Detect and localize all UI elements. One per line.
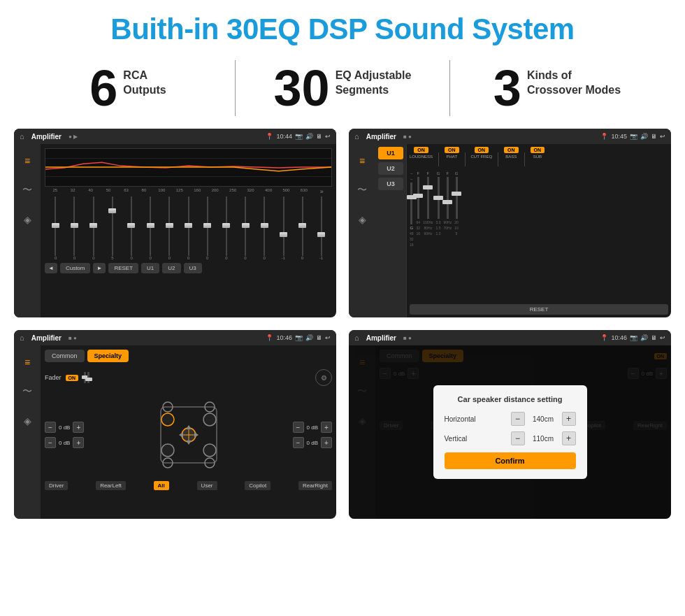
driver-label[interactable]: Driver <box>45 481 68 490</box>
slider-200[interactable] <box>217 196 236 256</box>
bass-g-slider-group: G 3.0 1.5 1.0 <box>436 171 441 236</box>
horizontal-plus[interactable]: + <box>562 412 576 426</box>
settings-icon-3[interactable]: ⚙ <box>315 369 332 386</box>
home-icon-1: ⌂ <box>20 132 24 141</box>
cutfreq-label: CUT FREQ <box>471 155 493 159</box>
right-top-minus[interactable]: − <box>293 422 304 433</box>
bass-g-slider[interactable] <box>438 177 440 219</box>
eq-main-area: 2532405063 80100125160200 25032040050063… <box>41 144 336 317</box>
crossover-tabs: Common Specialty <box>45 350 332 362</box>
back-icon-4: ↩ <box>660 334 665 341</box>
left-top-plus[interactable]: + <box>73 422 84 433</box>
home-icon-4: ⌂ <box>354 334 359 342</box>
preset-u3[interactable]: U3 <box>378 178 403 190</box>
left-bottom-plus[interactable]: + <box>73 437 84 448</box>
preset-u2[interactable]: U2 <box>378 162 403 175</box>
location-icon-4: 📍 <box>600 334 608 341</box>
amp-toggles-row: ON LOUDNESS ON PHAT ON CUT FREQ <box>410 147 668 166</box>
eq-sliders <box>45 196 332 256</box>
slider-160[interactable] <box>199 196 217 256</box>
dialog-horizontal-row: Horizontal − 140cm + <box>445 412 576 426</box>
slider-80[interactable] <box>141 196 159 256</box>
eq-prev-button[interactable]: ◄ <box>45 263 57 273</box>
slider-50[interactable] <box>103 196 122 256</box>
eq-u3-button[interactable]: U3 <box>184 263 202 273</box>
slider-32[interactable] <box>65 196 83 256</box>
cutfreq-toggle[interactable]: ON <box>475 147 489 153</box>
stat-eq: 30 EQ Adjustable Segments <box>257 63 428 113</box>
car-layout <box>88 393 288 477</box>
bass-group: ON BASS <box>504 147 519 166</box>
amp-sliders-area: ~ ~ G 48 32 16 F <box>410 171 668 299</box>
sub-toggle[interactable]: ON <box>531 147 545 153</box>
slider-630[interactable] <box>312 196 331 256</box>
eq-reset-button[interactable]: RESET <box>108 263 138 273</box>
time-3: 10:46 <box>276 334 292 341</box>
slider-125[interactable] <box>179 196 197 256</box>
copilot-label[interactable]: Copilot <box>245 481 271 490</box>
slider-40[interactable] <box>84 196 102 256</box>
left-top-val: 0 dB <box>59 424 70 431</box>
slider-250[interactable] <box>236 196 254 256</box>
slider-25[interactable] <box>46 196 64 256</box>
bass-toggle[interactable]: ON <box>504 147 519 153</box>
sub-slider[interactable] <box>456 177 458 219</box>
horizontal-minus[interactable]: − <box>511 412 525 426</box>
vertical-label: Vertical <box>445 435 468 443</box>
left-bottom-minus[interactable]: − <box>45 437 56 448</box>
app-name-2: Amplifier <box>366 133 396 141</box>
phat-slider[interactable] <box>417 177 419 219</box>
user-label[interactable]: User <box>197 481 217 490</box>
eq-custom-button[interactable]: Custom <box>60 263 91 273</box>
loudness-toggle[interactable]: ON <box>414 147 428 153</box>
slider-400[interactable] <box>274 196 292 256</box>
right-bottom-val: 0 dB <box>307 440 318 446</box>
sidebar-wave-icon-2[interactable]: 〜 <box>352 180 372 200</box>
eq-u2-button[interactable]: U2 <box>162 263 180 273</box>
dialog-overlay: Car speaker distance setting Horizontal … <box>349 345 671 519</box>
slider-63[interactable] <box>122 196 140 256</box>
eq-next-button[interactable]: ► <box>93 263 106 273</box>
screen-content-3: ≡ 〜 ◈ Common Specialty Fader ON <box>14 345 336 519</box>
all-label[interactable]: All <box>154 481 169 490</box>
rearright-label[interactable]: RearRight <box>298 481 332 490</box>
amp-reset-button[interactable]: RESET <box>410 304 668 315</box>
screen-icon-4: 🖥 <box>651 334 657 341</box>
bass-f-slider[interactable] <box>447 177 449 219</box>
sidebar-speaker-icon-2[interactable]: ◈ <box>352 210 372 229</box>
rearleft-label[interactable]: RearLeft <box>96 481 126 490</box>
sep2 <box>465 152 466 166</box>
slider-500[interactable] <box>294 196 312 256</box>
right-bottom-minus[interactable]: − <box>293 437 304 448</box>
phat-group: ON PHAT <box>445 147 459 166</box>
tab-common[interactable]: Common <box>45 350 85 362</box>
sidebar-speaker-icon-3[interactable]: ◈ <box>17 411 37 431</box>
cutfreq-slider[interactable] <box>427 177 429 219</box>
phat-toggle[interactable]: ON <box>445 147 459 153</box>
right-top-plus[interactable]: + <box>321 422 332 433</box>
eq-u1-button[interactable]: U1 <box>141 263 159 273</box>
tab-specialty[interactable]: Specialty <box>87 350 129 362</box>
slider-100[interactable] <box>160 196 178 256</box>
status-bar-3: ⌂ Amplifier ■ ● 📍 10:46 📷 🔊 🖥 ↩ <box>14 330 336 345</box>
left-top-minus[interactable]: − <box>45 422 56 433</box>
vertical-minus[interactable]: − <box>511 431 525 445</box>
sidebar-speaker-icon[interactable]: ◈ <box>17 210 37 229</box>
vertical-plus[interactable]: + <box>562 431 576 445</box>
right-bottom-plus[interactable]: + <box>321 437 332 448</box>
stats-row: 6 RCA Outputs 30 EQ Adjustable Segments … <box>0 53 685 129</box>
loudness-slider[interactable] <box>410 182 412 224</box>
time-1: 10:44 <box>276 133 292 140</box>
sidebar-eq-icon-2[interactable]: ≡ <box>352 151 372 171</box>
fader-toggle[interactable]: ON <box>66 375 79 381</box>
home-icon-2: ⌂ <box>354 132 359 141</box>
slider-320[interactable] <box>255 196 273 256</box>
sidebar-eq-icon[interactable]: ≡ <box>17 151 37 171</box>
preset-u1[interactable]: U1 <box>378 147 403 159</box>
sidebar-wave-icon-3[interactable]: 〜 <box>17 382 37 401</box>
svg-point-11 <box>203 444 216 457</box>
sidebar-eq-icon-3[interactable]: ≡ <box>17 352 37 372</box>
confirm-button[interactable]: Confirm <box>445 452 576 469</box>
sidebar-wave-icon[interactable]: 〜 <box>17 180 37 200</box>
location-icon-3: 📍 <box>266 334 273 341</box>
